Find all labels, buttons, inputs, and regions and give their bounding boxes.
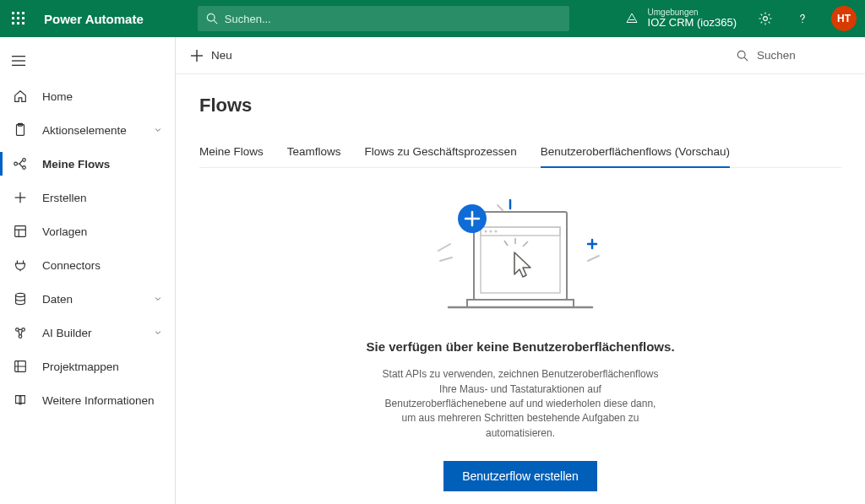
sidebar-item-label: Home <box>42 90 165 103</box>
tab-row: Meine FlowsTeamflowsFlows zu Geschäftspr… <box>199 145 841 168</box>
sidebar-item-label: Erstellen <box>42 192 165 204</box>
main-region: Neu Flows Meine FlowsTeamflowsFlows zu G… <box>176 37 865 504</box>
svg-line-32 <box>498 205 503 210</box>
help-icon <box>795 11 810 26</box>
svg-rect-0 <box>12 12 14 14</box>
svg-rect-22 <box>474 212 567 300</box>
sidebar-item-label: Projektmappen <box>42 360 165 373</box>
global-search-box[interactable] <box>198 6 569 31</box>
sidebar-item-label: Vorlagen <box>42 225 165 238</box>
plus-icon <box>191 50 203 62</box>
svg-rect-21 <box>467 300 574 307</box>
environment-icon <box>624 11 639 26</box>
chevron-down-icon <box>151 124 165 136</box>
empty-state: Sie verfügen über keine Benutzeroberfläc… <box>199 185 841 491</box>
svg-point-27 <box>495 230 498 233</box>
svg-point-26 <box>490 230 492 233</box>
environment-picker[interactable]: Umgebungen IOZ CRM (ioz365) <box>624 8 737 29</box>
app-launcher-button[interactable] <box>0 0 37 37</box>
settings-button[interactable] <box>748 0 782 37</box>
templates-icon <box>12 224 29 239</box>
chevron-down-icon <box>151 327 165 339</box>
svg-point-9 <box>207 14 215 21</box>
sidebar-item-label: Weitere Informationen <box>42 394 165 407</box>
svg-line-37 <box>440 257 452 261</box>
tab-flows-zu-gesch-ftsprozessen[interactable]: Flows zu Geschäftsprozessen <box>365 145 517 167</box>
sidebar-item-erstellen[interactable]: Erstellen <box>0 181 175 214</box>
svg-line-35 <box>588 256 599 261</box>
help-button[interactable] <box>786 0 819 37</box>
sidebar-item-label: Aktionselemente <box>42 124 138 137</box>
page-title: Flows <box>199 95 841 117</box>
sidebar-item-home[interactable]: Home <box>0 79 175 113</box>
sidebar-item-label: Daten <box>42 293 138 306</box>
page-search-box[interactable] <box>737 49 850 62</box>
svg-point-12 <box>802 22 803 24</box>
brand-title[interactable]: Power Automate <box>44 12 144 26</box>
tab-teamflows[interactable]: Teamflows <box>287 145 341 167</box>
empty-illustration <box>423 193 617 320</box>
sidebar-item-ai-builder[interactable]: AI Builder <box>0 316 175 350</box>
top-header: Power Automate Umgebungen IOZ CRM (ioz36… <box>0 0 865 37</box>
create-ui-flow-button[interactable]: Benutzerflow erstellen <box>443 461 597 491</box>
empty-body: Statt APIs zu verwenden, zeichnen Benutz… <box>381 367 660 441</box>
svg-rect-2 <box>22 12 24 14</box>
sidebar-item-label: AI Builder <box>42 327 138 339</box>
svg-line-36 <box>438 244 450 251</box>
home-icon <box>12 89 29 104</box>
svg-line-19 <box>744 57 748 61</box>
svg-rect-1 <box>17 12 19 14</box>
waffle-icon <box>12 12 25 25</box>
svg-rect-4 <box>17 17 19 19</box>
search-icon <box>737 50 748 62</box>
connector-icon <box>12 257 29 273</box>
sidebar-item-label: Meine Flows <box>42 158 165 171</box>
left-nav: Home Aktionselemente Meine Flows Erstell… <box>0 37 176 504</box>
svg-line-28 <box>504 241 508 246</box>
sidebar-item-projektmappen[interactable]: Projektmappen <box>0 350 175 383</box>
chevron-down-icon <box>151 293 165 305</box>
sidebar-item-connectors[interactable]: Connectors <box>0 248 175 282</box>
sidebar-item-meine-flows[interactable]: Meine Flows <box>0 147 175 181</box>
search-icon <box>206 13 218 24</box>
svg-line-30 <box>523 241 528 247</box>
svg-rect-7 <box>17 22 19 24</box>
clipboard-icon <box>12 122 29 138</box>
empty-title: Sie verfügen über keine Benutzeroberfläc… <box>366 339 674 355</box>
tab-benutzeroberfl-chenflows-vorschau-[interactable]: Benutzeroberflächenflows (Vorschau) <box>541 145 730 168</box>
svg-point-25 <box>485 230 487 233</box>
sidebar-item-aktionselemente[interactable]: Aktionselemente <box>0 113 175 147</box>
plus-icon <box>12 190 29 205</box>
flow-icon <box>12 156 29 171</box>
data-icon <box>12 291 29 306</box>
new-button-label: Neu <box>211 49 232 62</box>
svg-point-18 <box>737 51 745 58</box>
tab-meine-flows[interactable]: Meine Flows <box>199 145 264 167</box>
svg-rect-3 <box>12 17 14 19</box>
ai-icon <box>12 325 29 340</box>
svg-rect-6 <box>12 22 14 24</box>
sidebar-item-vorlagen[interactable]: Vorlagen <box>0 214 175 248</box>
collapse-nav-button[interactable] <box>0 42 175 79</box>
hamburger-icon <box>12 55 25 67</box>
new-button[interactable]: Neu <box>191 49 232 62</box>
user-avatar[interactable]: HT <box>831 6 857 31</box>
svg-line-10 <box>214 20 217 24</box>
gear-icon <box>758 11 773 26</box>
sidebar-item-label: Connectors <box>42 259 165 272</box>
sidebar-item-daten[interactable]: Daten <box>0 282 175 316</box>
svg-rect-8 <box>22 22 24 24</box>
solutions-icon <box>12 359 29 374</box>
svg-rect-24 <box>481 227 560 236</box>
svg-point-11 <box>764 17 768 21</box>
svg-rect-5 <box>22 17 24 19</box>
page-search-input[interactable] <box>757 49 850 62</box>
command-bar: Neu <box>176 37 865 74</box>
env-name: IOZ CRM (ioz365) <box>648 17 737 29</box>
global-search-input[interactable] <box>225 13 561 25</box>
book-icon <box>12 393 29 408</box>
sidebar-item-weitere-informationen[interactable]: Weitere Informationen <box>0 383 175 417</box>
